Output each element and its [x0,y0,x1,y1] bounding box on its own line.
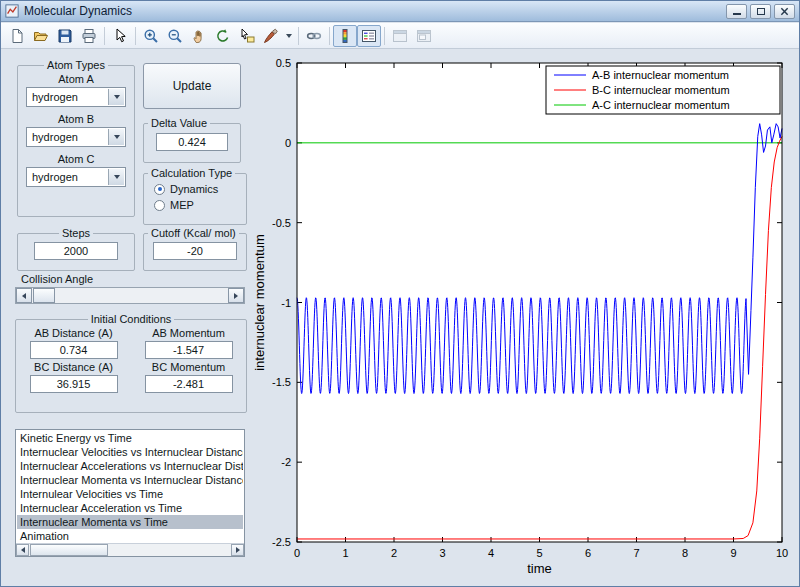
atom-b-label: Atom B [22,113,130,125]
x-tick-label: 10 [776,547,788,559]
zoom-out-button[interactable] [163,25,187,47]
list-item[interactable]: Kinetic Energy vs Time [17,431,243,445]
insert-legend-button[interactable] [357,25,381,47]
steps-title: Steps [59,227,93,239]
y-axis-label: internuclear momentum [253,234,267,371]
y-tick-label: 0.5 [276,57,291,69]
collision-angle-label: Collision Angle [21,273,93,285]
titlebar[interactable]: Molecular Dynamics [1,1,799,22]
brush-button[interactable] [259,25,283,47]
list-item[interactable]: Internuclear Acceleration vs Time [17,501,243,515]
radio-mep[interactable]: MEP [154,199,242,211]
new-file-icon [9,28,25,44]
legend-label: A-B internuclear momentum [592,69,729,81]
bc-momentum-label: BC Momentum [135,361,242,373]
list-item[interactable]: Animation [17,529,243,542]
collision-angle-slider[interactable] [15,287,245,304]
list-item[interactable]: Internuclear Momenta vs Internuclear Dis… [17,473,243,487]
show-plot-tools-button[interactable] [412,25,436,47]
data-cursor-button[interactable] [235,25,259,47]
print-icon [81,28,97,44]
slider-right-arrow[interactable] [228,288,244,303]
open-file-button[interactable] [29,25,53,47]
chevron-down-icon [108,89,124,105]
chevron-down-icon [108,169,124,185]
zoom-in-button[interactable] [139,25,163,47]
list-item[interactable]: Internuclear Velocities vs Internuclear … [17,445,243,459]
y-tick-label: -1 [281,297,291,309]
atom-a-dropdown[interactable]: hydrogen [26,87,126,107]
link-plot-button[interactable] [302,25,326,47]
radio-mep-label: MEP [170,199,194,211]
legend-label: B-C internuclear momentum [592,84,730,96]
plot-type-listbox[interactable]: Kinetic Energy vs TimeInternuclear Veloc… [15,429,245,557]
atom-c-dropdown[interactable]: hydrogen [26,167,126,187]
hscroll-right-arrow[interactable] [231,544,244,556]
toolbar-separator [135,27,136,45]
rotate-3d-button[interactable] [211,25,235,47]
list-item[interactable]: Internuclear Momenta vs Time [17,515,243,529]
x-tick-label: 6 [585,547,591,559]
zoom-in-icon [143,28,159,44]
delta-value-field[interactable]: 0.424 [156,133,228,151]
pan-button[interactable] [187,25,211,47]
radio-dynamics-label: Dynamics [170,183,218,195]
hscroll-left-arrow[interactable] [16,544,29,556]
brush-icon [263,28,279,44]
app-window: Molecular Dynamics [0,0,800,587]
minimize-button[interactable] [726,4,747,19]
update-button[interactable]: Update [143,63,241,109]
list-item[interactable]: Internuclear Accelerations vs Internucle… [17,459,243,473]
ab-distance-field[interactable]: 0.734 [30,341,118,359]
calculation-type-title: Calculation Type [148,167,235,179]
save-icon [57,28,73,44]
plot-canvas[interactable]: 012345678910-2.5-2-1.5-1-0.500.5timeinte… [253,49,800,587]
pan-hand-icon [191,28,207,44]
slider-left-arrow[interactable] [16,288,32,303]
cutoff-field[interactable]: -20 [153,242,237,260]
radio-icon [154,184,165,195]
chevron-down-icon [108,129,124,145]
radio-icon [154,200,165,211]
hide-plot-tools-button[interactable] [388,25,412,47]
maximize-button[interactable] [750,4,771,19]
atom-b-value: hydrogen [32,131,78,143]
insert-legend-icon [361,28,377,44]
listbox-hscrollbar[interactable] [16,543,244,556]
new-file-button[interactable] [5,25,29,47]
hscroll-thumb[interactable] [30,544,108,556]
arrow-right-icon [236,547,240,553]
initial-conditions-panel: Initial Conditions AB Distance (A) 0.734… [15,313,247,413]
toolbar-separator [104,27,105,45]
close-button[interactable] [774,4,795,19]
initial-conditions-title: Initial Conditions [88,313,175,325]
print-button[interactable] [77,25,101,47]
slider-thumb[interactable] [33,288,55,303]
edit-pointer-button[interactable] [108,25,132,47]
list-item[interactable]: Internulear Velocities vs Time [17,487,243,501]
bc-distance-field[interactable]: 36.915 [30,375,118,393]
x-tick-label: 4 [488,547,494,559]
ab-distance-label: AB Distance (A) [20,327,127,339]
show-plot-tools-icon [416,28,432,44]
insert-colorbar-button[interactable] [333,25,357,47]
bc-momentum-field[interactable]: -2.481 [145,375,233,393]
save-button[interactable] [53,25,77,47]
steps-panel: Steps 2000 [17,227,135,271]
link-plot-icon [306,28,322,44]
atom-a-value: hydrogen [32,91,78,103]
radio-dynamics[interactable]: Dynamics [154,183,242,195]
app-icon [5,4,19,18]
atom-b-dropdown[interactable]: hydrogen [26,127,126,147]
atom-a-label: Atom A [22,73,130,85]
toolbar-separator [298,27,299,45]
brush-dropdown-button[interactable] [283,25,295,47]
window-title: Molecular Dynamics [24,4,723,18]
cutoff-title: Cutoff (Kcal/ mol) [148,227,239,239]
ab-momentum-label: AB Momentum [135,327,242,339]
ab-momentum-field[interactable]: -1.547 [145,341,233,359]
legend-label: A-C internuclear momentum [592,99,730,111]
insert-colorbar-icon [337,28,353,44]
x-tick-label: 1 [342,547,348,559]
steps-field[interactable]: 2000 [34,242,118,260]
